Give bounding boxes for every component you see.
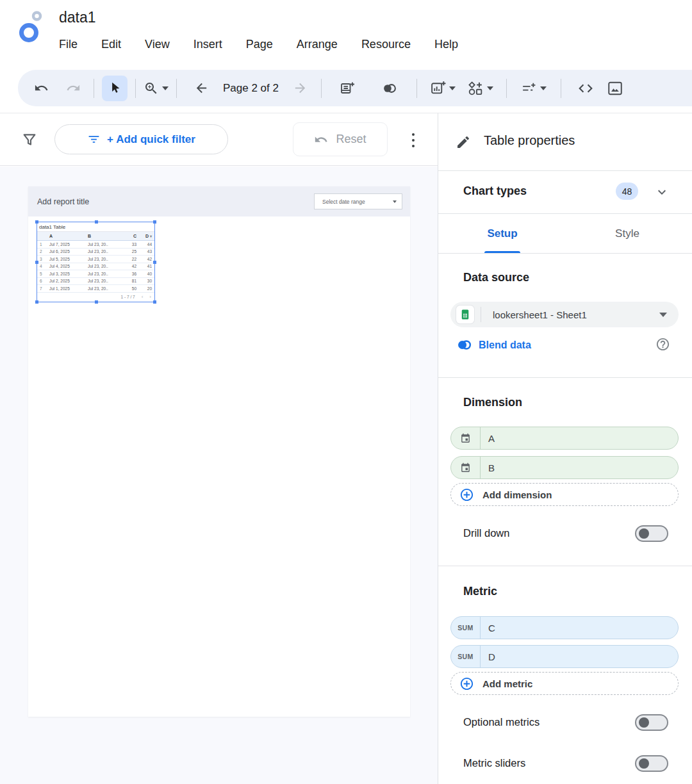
selection-handle[interactable] xyxy=(153,261,156,264)
chevron-down-icon[interactable] xyxy=(654,184,670,200)
metric-sliders-toggle[interactable] xyxy=(635,755,668,772)
optional-metrics-toggle[interactable] xyxy=(635,714,668,731)
add-quick-filter-button[interactable]: + Add quick filter xyxy=(54,124,228,154)
arrow-forward-icon xyxy=(293,81,308,95)
menu-insert[interactable]: Insert xyxy=(194,38,222,51)
data-source-select[interactable]: lookersheet1 - Sheet1 xyxy=(450,302,679,327)
dimension-field-name: A xyxy=(488,433,495,444)
active-tab-underline xyxy=(484,251,520,253)
col-header-c[interactable]: C xyxy=(120,234,139,238)
previous-page-button[interactable] xyxy=(188,76,214,101)
add-chart-button[interactable] xyxy=(430,80,456,96)
table-row: 3 Jul 5, 2025 Jul 23, 20.. 22 42 xyxy=(37,256,154,263)
blend-data-tool-button[interactable] xyxy=(377,76,402,101)
reset-undo-icon xyxy=(314,133,328,147)
arrow-back-icon xyxy=(194,81,209,95)
chart-types-label: Chart types xyxy=(463,184,527,198)
sheets-icon xyxy=(456,306,474,323)
menu-help[interactable]: Help xyxy=(434,38,458,51)
metric-heading: Metric xyxy=(463,585,497,598)
date-range-control[interactable]: Select date range xyxy=(314,193,402,209)
aggregation-chip[interactable]: SUM xyxy=(451,617,481,639)
toolbar-divider xyxy=(94,79,94,98)
col-header-b[interactable]: B xyxy=(85,234,120,238)
add-control-button[interactable] xyxy=(521,80,547,96)
toolbar-pill: Page 2 of 2 xyxy=(18,70,692,106)
page-next-icon[interactable]: › xyxy=(149,294,151,300)
chart-types-row[interactable]: Chart types 48 xyxy=(438,171,692,214)
blend-data-icon xyxy=(456,336,473,354)
section-divider xyxy=(438,566,692,566)
add-page-button[interactable] xyxy=(334,76,360,101)
col-header-a[interactable]: A xyxy=(46,234,85,238)
selection-handle[interactable] xyxy=(35,300,38,304)
report-title-placeholder[interactable]: Add report title xyxy=(37,197,89,206)
filter-list-icon xyxy=(87,133,101,146)
work-area: + Add quick filter Reset Add report titl… xyxy=(0,113,438,784)
blend-icon xyxy=(381,80,398,97)
calendar-icon xyxy=(451,427,481,449)
code-icon xyxy=(577,80,594,97)
menu-view[interactable]: View xyxy=(145,38,170,51)
looker-studio-logo-icon[interactable] xyxy=(17,9,45,44)
menu-resource[interactable]: Resource xyxy=(361,38,411,51)
reset-button[interactable]: Reset xyxy=(293,122,388,156)
selection-handle[interactable] xyxy=(153,300,156,304)
date-range-label: Select date range xyxy=(322,199,365,205)
filter-bar: + Add quick filter Reset xyxy=(0,113,438,166)
report-page-canvas[interactable]: Add report title Select date range data1… xyxy=(28,186,410,717)
metric-field-d[interactable]: SUM D xyxy=(450,645,679,668)
undo-button[interactable] xyxy=(28,76,54,101)
tab-style[interactable]: Style xyxy=(598,214,656,254)
dimension-field-a[interactable]: A xyxy=(450,427,679,450)
filter-funnel-icon[interactable] xyxy=(21,131,38,148)
menu-edit[interactable]: Edit xyxy=(101,38,121,51)
selection-handle[interactable] xyxy=(35,261,38,264)
add-community-viz-caret-icon xyxy=(487,86,493,90)
metric-field-c[interactable]: SUM C xyxy=(450,616,679,639)
menu-page[interactable]: Page xyxy=(246,38,273,51)
image-icon xyxy=(607,80,623,97)
redo-button[interactable] xyxy=(60,76,86,101)
menu-file[interactable]: File xyxy=(59,38,78,51)
aggregation-chip[interactable]: SUM xyxy=(451,646,481,667)
image-tool-button[interactable] xyxy=(602,76,628,101)
col-header-d[interactable]: D ▾ xyxy=(139,234,154,238)
report-title[interactable]: data1 xyxy=(59,9,96,26)
section-divider xyxy=(438,377,692,378)
drill-down-toggle[interactable] xyxy=(635,525,668,542)
add-control-caret-icon xyxy=(540,86,547,90)
selection-handle[interactable] xyxy=(35,220,38,224)
add-quick-filter-label: + Add quick filter xyxy=(107,133,195,146)
add-chart-icon xyxy=(430,80,446,96)
embed-code-button[interactable] xyxy=(573,76,598,101)
table-chart-header-row: A B C D ▾ xyxy=(37,232,154,241)
table-row: 4 Jul 4, 2025 Jul 23, 20.. 42 41 xyxy=(37,263,154,271)
metric-sliders-row: Metric sliders xyxy=(438,753,692,776)
table-row: 6 Jul 2, 2025 Jul 23, 20.. 81 30 xyxy=(37,278,154,286)
blend-data-link[interactable]: Blend data xyxy=(456,336,531,354)
selection-handle[interactable] xyxy=(95,300,98,304)
calendar-icon xyxy=(451,457,481,478)
help-icon[interactable] xyxy=(655,337,670,352)
page-prev-icon[interactable]: ‹ xyxy=(142,294,144,300)
date-range-caret-icon xyxy=(393,200,397,203)
select-tool-button[interactable] xyxy=(102,76,128,101)
more-options-button[interactable] xyxy=(404,129,423,151)
next-page-button[interactable] xyxy=(288,76,313,101)
selection-handle[interactable] xyxy=(153,220,156,224)
add-dimension-button[interactable]: Add dimension xyxy=(450,483,679,506)
table-pagination: 1 - 7 / 7 ‹ › xyxy=(37,293,154,301)
selection-handle[interactable] xyxy=(95,220,98,224)
table-chart[interactable]: data1 Table A B C D ▾ 1 Jul 7, 2025 Jul … xyxy=(37,222,154,302)
add-community-viz-button[interactable] xyxy=(467,80,493,97)
add-metric-button[interactable]: Add metric xyxy=(450,672,679,695)
properties-panel: Table properties Chart types 48 Setup St… xyxy=(438,113,692,784)
zoom-tool-button[interactable] xyxy=(144,81,169,96)
tab-setup[interactable]: Setup xyxy=(474,214,531,254)
add-page-icon xyxy=(340,81,355,96)
dimension-field-b[interactable]: B xyxy=(450,456,679,479)
menu-arrange[interactable]: Arrange xyxy=(297,38,338,51)
page-indicator[interactable]: Page 2 of 2 xyxy=(223,82,279,95)
table-row: 2 Jul 6, 2025 Jul 23, 20.. 25 43 xyxy=(37,249,154,256)
